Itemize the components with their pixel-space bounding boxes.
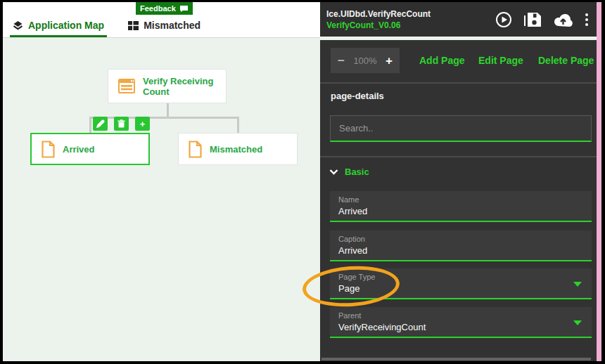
overflow-menu-icon[interactable] xyxy=(584,12,590,27)
field-value: VerifyReceivingCount xyxy=(338,322,592,332)
tab-bar: Feedback Application Map xyxy=(3,2,320,38)
pencil-icon xyxy=(96,119,105,128)
app-header: Ice.UIDbd.VerifyRecCount VerifyCount_V0.… xyxy=(320,2,597,37)
zoom-in-button[interactable]: + xyxy=(386,55,393,67)
basic-section-toggle[interactable]: Basic xyxy=(329,167,369,177)
cloud-upload-icon[interactable] xyxy=(554,12,573,27)
panel-title: page-details xyxy=(331,91,384,101)
design-area: Feedback Application Map xyxy=(3,2,320,361)
app-title: Ice.UIDbd.VerifyRecCount xyxy=(326,9,431,19)
search-box xyxy=(330,115,592,142)
screen-edge-strip xyxy=(597,2,601,361)
field-label: Caption xyxy=(338,235,592,243)
node-arrived[interactable]: Arrived xyxy=(30,133,150,165)
tab-application-map[interactable]: Application Map xyxy=(10,13,107,37)
save-icon[interactable] xyxy=(523,11,542,28)
separator xyxy=(320,82,597,84)
section-label: Basic xyxy=(345,167,369,177)
app-version: VerifyCount_V0.06 xyxy=(326,20,431,30)
zoom-control: − 100% + xyxy=(331,48,400,73)
speech-bubble-icon xyxy=(179,5,189,13)
field-value: Arrived xyxy=(338,206,592,216)
node-label: Verify Receiving Count xyxy=(143,76,226,97)
add-page-button[interactable]: Add Page xyxy=(419,55,465,66)
tab-label: Application Map xyxy=(28,20,104,31)
edit-node-button[interactable] xyxy=(93,117,108,131)
page-icon xyxy=(42,141,55,158)
app-window: Feedback Application Map xyxy=(0,0,605,364)
page-type-field[interactable]: Page Type Page xyxy=(330,268,592,299)
name-field[interactable]: Name Arrived xyxy=(330,191,592,222)
window-page-icon xyxy=(118,79,135,93)
node-verify-receiving-count[interactable]: Verify Receiving Count xyxy=(108,69,227,103)
preview-play-button[interactable] xyxy=(495,11,512,28)
field-label: Parent xyxy=(338,311,592,320)
search-input[interactable] xyxy=(331,116,591,141)
dropdown-arrow-icon[interactable] xyxy=(573,320,582,325)
connector-line xyxy=(167,103,169,118)
node-label: Arrived xyxy=(63,144,95,155)
zoom-out-button[interactable]: − xyxy=(338,55,345,67)
field-value: Page xyxy=(338,283,592,294)
connector-line xyxy=(89,117,91,134)
field-value: Arrived xyxy=(338,245,592,256)
node-label: Mismatched xyxy=(210,144,262,155)
properties-panel: Ice.UIDbd.VerifyRecCount VerifyCount_V0.… xyxy=(320,2,597,361)
tab-mismatched[interactable]: Mismatched xyxy=(125,13,203,37)
separator xyxy=(320,156,597,157)
chevron-down-icon xyxy=(329,169,338,175)
node-toolbar: + xyxy=(93,117,150,131)
delete-node-button[interactable] xyxy=(114,117,129,131)
connector-line xyxy=(237,117,239,134)
parent-field[interactable]: Parent VerifyReceivingCount xyxy=(330,307,592,338)
tab-label: Mismatched xyxy=(144,20,200,31)
application-map-canvas[interactable]: Verify Receiving Count xyxy=(3,38,320,361)
page-details-panel: − 100% + Add Page Edit Page Delete Page … xyxy=(320,40,597,361)
field-label: Name xyxy=(338,195,592,204)
plus-icon: + xyxy=(140,119,146,129)
delete-page-button[interactable]: Delete Page xyxy=(538,55,594,66)
page-icon xyxy=(189,141,202,158)
application-map-icon xyxy=(13,20,23,31)
edit-page-button[interactable]: Edit Page xyxy=(478,55,523,66)
field-label: Page Type xyxy=(338,273,592,281)
zoom-level: 100% xyxy=(353,56,376,66)
panel-scrollbar[interactable] xyxy=(321,358,591,360)
add-node-button[interactable]: + xyxy=(135,117,150,131)
node-mismatched[interactable]: Mismatched xyxy=(178,133,298,165)
dropdown-arrow-icon[interactable] xyxy=(573,282,582,287)
layout-grid-icon xyxy=(128,21,139,30)
feedback-label: Feedback xyxy=(140,4,176,13)
caption-field[interactable]: Caption Arrived xyxy=(330,230,592,261)
trash-icon xyxy=(117,119,125,128)
